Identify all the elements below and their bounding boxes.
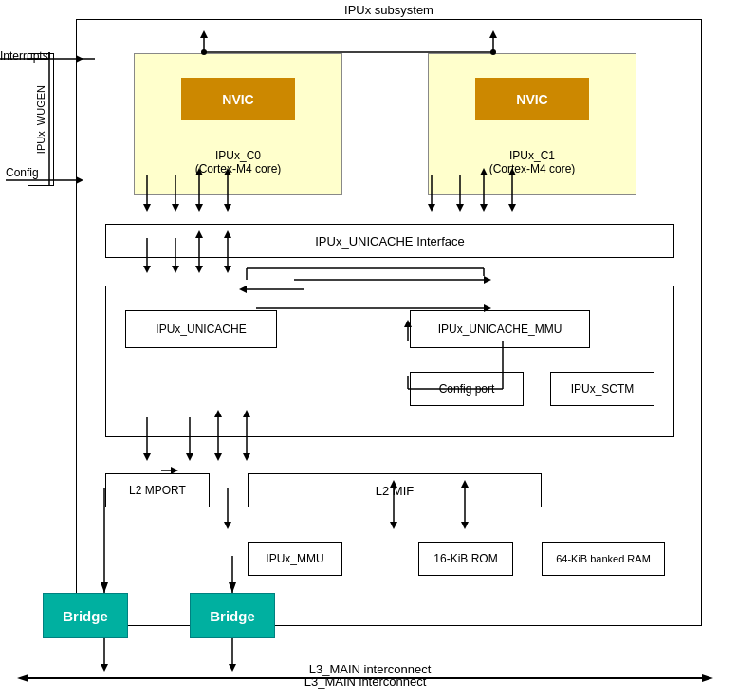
ipux-subsystem-label: IPUx subsystem xyxy=(344,3,433,17)
bridge-left-box: Bridge xyxy=(43,593,128,638)
ipux-c1-box: NVIC IPUx_C1 (Cortex-M4 core) xyxy=(428,53,636,195)
diagram-container: Interrupts Config IPUx subsystem IPUx_WU… xyxy=(0,0,737,700)
unicache-inner-box: IPUx_UNICACHE IPUx_UNICACHE_MMU Config p… xyxy=(105,286,674,437)
ipux-mmu-box: IPUx_MMU xyxy=(248,542,342,576)
unicache-interface-box: IPUx_UNICACHE Interface xyxy=(105,224,674,258)
l3-main-section: L3_MAIN interconnect xyxy=(28,674,702,689)
sctm-box: IPUx_SCTM xyxy=(550,372,654,406)
unicache-mmu-box: IPUx_UNICACHE_MMU xyxy=(410,310,590,348)
ipux-c1-label: IPUx_C1 (Cortex-M4 core) xyxy=(489,149,576,175)
ipux-c0-box: NVIC IPUx_C0 (Cortex-M4 core) xyxy=(134,53,342,195)
ipux-subsystem-box: IPUx subsystem IPUx_WUGEN NVIC IPUx_C0 (… xyxy=(76,19,702,626)
nvic-c1-box: NVIC xyxy=(475,78,589,120)
l2-mport-box: L2 MPORT xyxy=(105,473,210,507)
bridge-right-box: Bridge xyxy=(190,593,275,638)
config-port-box: Config port xyxy=(410,372,524,406)
svg-marker-84 xyxy=(101,664,108,672)
svg-marker-88 xyxy=(17,674,28,682)
svg-marker-89 xyxy=(702,674,713,682)
ipux-c0-label: IPUx_C0 (Cortex-M4 core) xyxy=(195,149,282,175)
l3-main-label: L3_MAIN interconnect xyxy=(304,674,427,689)
nvic-c0-box: NVIC xyxy=(181,78,295,120)
svg-marker-86 xyxy=(229,664,236,672)
wugen-label: IPUx_WUGEN xyxy=(35,85,46,154)
unicache-box: IPUx_UNICACHE xyxy=(125,310,277,348)
ram-box: 64-KiB banked RAM xyxy=(542,542,665,576)
rom-box: 16-KiB ROM xyxy=(418,542,513,576)
wugen-box: IPUx_WUGEN xyxy=(28,53,54,186)
l2-mif-box: L2 MIF xyxy=(248,473,542,507)
